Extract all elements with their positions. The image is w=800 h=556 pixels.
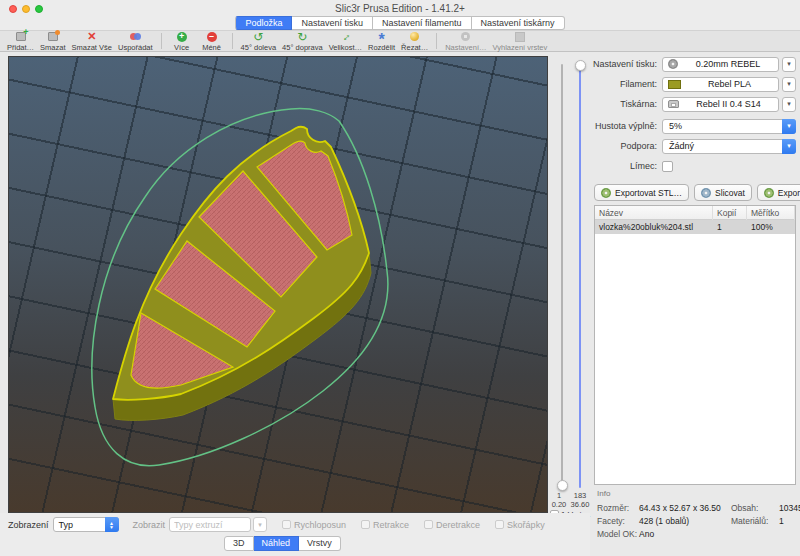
add-object-icon	[12, 31, 30, 43]
unretractions-checkbox[interactable]	[424, 520, 433, 529]
delete-all-button[interactable]: Smazat Vše	[72, 31, 112, 52]
printer-row: Tiskárna: Rebel II 0.4 S14 ▾	[590, 96, 796, 112]
arrange-icon	[126, 31, 144, 43]
upper-layer-slider[interactable]	[579, 64, 581, 488]
slice-button[interactable]: Slicovat	[694, 184, 752, 201]
table-row[interactable]: vlozka%20obluk%204.stl 1 100%	[595, 220, 795, 234]
printer-dropdown-button[interactable]: ▾	[782, 97, 796, 112]
remove-object-icon	[44, 31, 62, 43]
filament-row: Filament: Rebel PLA ▾	[590, 76, 796, 92]
infill-select[interactable]: 5% ▾	[662, 119, 796, 134]
brim-checkbox[interactable]	[662, 161, 673, 172]
info-grid: Rozměr: 64.43 x 52.67 x 36.50 Obsah: 103…	[597, 501, 800, 540]
printer-combo[interactable]: Rebel II 0.4 S14	[662, 97, 779, 112]
toolbar: Přidat… Smazat Smazat Vše Uspořádat Více…	[0, 30, 800, 52]
gear-blue-icon	[701, 188, 711, 198]
print-settings-combo[interactable]: 0.20mm REBEL	[662, 57, 779, 72]
settings-icon	[457, 31, 475, 43]
column-header-name[interactable]: Název	[595, 206, 713, 220]
travel-checkbox[interactable]	[282, 520, 291, 529]
lower-layer-slider-thumb[interactable]	[557, 480, 568, 491]
sidebar: Nastavení tisku: 0.20mm REBEL ▾ Filament…	[590, 52, 800, 556]
lower-layer-height: 0.20	[548, 500, 570, 509]
volume-value: 10345.69	[779, 503, 800, 513]
tab-nastaveni-tiskarny[interactable]: Nastavení tiskárny	[472, 16, 565, 30]
main-area: 1 183 0.20 36.60 1 Vrstva Nastavení tisk…	[0, 52, 800, 556]
decrease-copies-icon	[203, 31, 221, 43]
delete-button[interactable]: Smazat	[40, 31, 65, 52]
fewer-copies-button[interactable]: Méně	[200, 31, 224, 52]
increase-copies-icon	[173, 31, 191, 43]
extrusion-types-dropdown-button[interactable]: ▾	[253, 517, 267, 532]
smooth-layers-button[interactable]: Vyhlazení vrstev	[492, 31, 547, 52]
view-type-select[interactable]: Typ ▲▼	[53, 517, 119, 532]
column-header-scale[interactable]: Měřítko	[747, 206, 795, 220]
filament-combo[interactable]: Rebel PLA	[662, 77, 779, 92]
viewport-3d[interactable]	[8, 56, 548, 513]
upper-layer-slider-thumb[interactable]	[575, 60, 586, 71]
print-settings-dropdown-button[interactable]: ▾	[782, 57, 796, 72]
chevron-down-icon: ▾	[782, 139, 796, 154]
mode-preview[interactable]: Náhled	[254, 536, 300, 551]
view-label: Zobrazení	[8, 520, 49, 530]
layer-heights: 0.20 36.60	[548, 500, 590, 509]
split-button[interactable]: Rozdělit	[368, 31, 395, 52]
tab-podlozka[interactable]: Podložka	[235, 16, 292, 30]
gear-icon	[668, 59, 678, 69]
extrusion-types-input[interactable]	[169, 517, 251, 532]
view-mode-tabs: 3D Náhled Vrstvy	[224, 536, 341, 551]
facets-value: 428 (1 obalů)	[639, 516, 731, 526]
scale-button[interactable]: Velikost…	[329, 31, 362, 52]
travel-toggle[interactable]: Rychloposun	[282, 520, 346, 530]
action-buttons: Exportovat STL… Slicovat Exportovat G-kó…	[594, 184, 796, 201]
mode-layers[interactable]: Vrstvy	[299, 536, 341, 551]
toolbar-separator	[232, 33, 233, 49]
model-preview	[9, 57, 548, 513]
gear-green-icon	[601, 188, 611, 198]
chevron-down-icon: ▾	[782, 119, 796, 134]
support-row: Podpora: Žádný ▾	[590, 138, 796, 154]
object-list-header: Název Kopií Měřítko	[595, 206, 795, 220]
materials-value: 1	[779, 516, 784, 526]
split-icon	[373, 31, 391, 43]
filament-dropdown-button[interactable]: ▾	[782, 77, 796, 92]
smooth-layers-icon	[511, 31, 529, 43]
app-window: Slic3r Prusa Edition - 1.41.2+ Podložka …	[0, 0, 800, 556]
brim-row: Límec:	[590, 158, 796, 174]
toolbar-separator	[436, 33, 437, 49]
export-gcode-button[interactable]: Exportovat G-kód…	[757, 184, 800, 201]
scale-icon	[336, 31, 354, 43]
tab-strip: Podložka Nastavení tisku Nastavení filam…	[0, 16, 800, 30]
lower-layer-value: 1	[548, 491, 570, 500]
tab-nastaveni-tisku[interactable]: Nastavení tisku	[292, 16, 373, 30]
retractions-checkbox[interactable]	[361, 520, 370, 529]
lower-layer-slider[interactable]	[561, 64, 563, 488]
printer-label: Tiskárna:	[590, 99, 662, 109]
export-stl-button[interactable]: Exportovat STL…	[594, 184, 689, 201]
rotate-right-button[interactable]: 45° doprava	[282, 31, 323, 52]
upper-layer-height: 36.60	[570, 500, 590, 509]
titlebar: Slic3r Prusa Edition - 1.41.2+	[0, 0, 800, 17]
unretractions-toggle[interactable]: Deretrakce	[424, 520, 480, 530]
cut-button[interactable]: Řezat…	[401, 31, 428, 52]
tab-nastaveni-filamentu[interactable]: Nastavení filamentu	[373, 16, 472, 30]
mode-3d[interactable]: 3D	[224, 536, 254, 551]
rotate-left-button[interactable]: 45° doleva	[241, 31, 277, 52]
settings-button[interactable]: Nastavení…	[445, 31, 486, 52]
materials-label: Materiálů:	[731, 516, 779, 526]
retractions-toggle[interactable]: Retrakce	[361, 520, 409, 530]
arrange-button[interactable]: Uspořádat	[118, 31, 153, 52]
printer-icon	[668, 100, 679, 108]
preview-controls: Zobrazení Typ ▲▼ Zobrazit ▾ Rychloposun …	[0, 513, 590, 532]
add-button[interactable]: Přidat…	[7, 31, 34, 52]
support-label: Podpora:	[590, 141, 662, 151]
column-header-copies[interactable]: Kopií	[713, 206, 747, 220]
more-copies-button[interactable]: Více	[170, 31, 194, 52]
support-select[interactable]: Žádný ▾	[662, 139, 796, 154]
show-label: Zobrazit	[133, 520, 166, 530]
model-ok-value: Ano	[639, 529, 731, 539]
infill-row: Hustota výplně: 5% ▾	[590, 118, 796, 134]
shells-toggle[interactable]: Skořápky	[495, 520, 545, 530]
shells-checkbox[interactable]	[495, 520, 504, 529]
model-ok-label: Model OK:	[597, 529, 639, 539]
